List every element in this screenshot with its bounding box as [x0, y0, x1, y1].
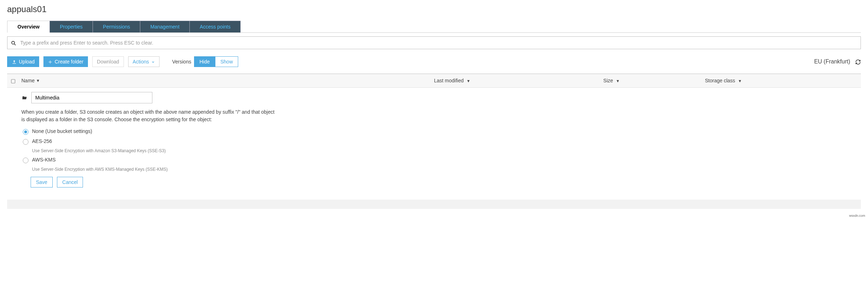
chevron-down-icon: [151, 59, 155, 65]
region-name: EU (Frankfurt): [814, 58, 850, 65]
col-size[interactable]: Size ▼: [603, 78, 705, 83]
folder-name-row: [21, 92, 847, 103]
upload-label: Upload: [19, 59, 35, 65]
encryption-options: None (Use bucket settings) AES-256 Use S…: [21, 128, 847, 172]
radio-none[interactable]: None (Use bucket settings): [23, 128, 847, 135]
actions-button[interactable]: Actions: [128, 56, 160, 67]
col-name[interactable]: Name ▼: [21, 78, 434, 83]
radio-aes256[interactable]: AES-256: [23, 138, 847, 145]
select-all-checkbox[interactable]: [11, 78, 21, 83]
region-group: EU (Frankfurt): [814, 58, 861, 65]
object-table: Name ▼ Last modified ▼ Size ▼ Storage cl…: [7, 73, 861, 196]
radio-aes-desc: Use Server-Side Encryption with Amazon S…: [32, 148, 847, 153]
col-last-modified[interactable]: Last modified ▼: [434, 78, 603, 83]
folder-open-icon: [21, 94, 28, 100]
caret-down-icon: ▼: [616, 79, 620, 83]
upload-icon: [12, 59, 17, 65]
col-storage-class[interactable]: Storage class ▼: [705, 78, 857, 83]
table-header: Name ▼ Last modified ▼ Size ▼ Storage cl…: [7, 73, 861, 87]
tabs: Overview Properties Permissions Manageme…: [7, 21, 861, 33]
form-buttons: Save Cancel: [31, 177, 847, 188]
create-folder-help: When you create a folder, S3 console cre…: [21, 108, 278, 123]
create-folder-label: Create folder: [54, 59, 83, 65]
tab-access-points[interactable]: Access points: [189, 21, 241, 32]
col-last-modified-label: Last modified: [434, 78, 464, 83]
page: appuals01 Overview Properties Permission…: [0, 0, 868, 213]
radio-aws-kms[interactable]: AWS-KMS: [23, 157, 847, 163]
col-name-label: Name: [21, 78, 35, 83]
radio-aes-label: AES-256: [32, 138, 52, 144]
refresh-icon[interactable]: [855, 58, 861, 65]
search-icon: [11, 40, 16, 46]
col-storage-class-label: Storage class: [705, 78, 735, 83]
tab-overview[interactable]: Overview: [7, 21, 50, 33]
tab-management[interactable]: Management: [140, 21, 190, 32]
versions-toggle: Versions Hide Show: [172, 56, 239, 67]
caret-down-icon: ▼: [36, 78, 40, 83]
create-folder-button[interactable]: Create folder: [43, 56, 88, 67]
radio-icon: [23, 158, 28, 163]
radio-icon-selected: [23, 129, 28, 135]
radio-kms-desc: Use Server-Side Encryption with AWS KMS-…: [32, 167, 847, 172]
search-input[interactable]: [20, 40, 857, 46]
upload-button[interactable]: Upload: [7, 56, 39, 67]
versions-hide-button[interactable]: Hide: [194, 56, 215, 67]
svg-rect-2: [11, 79, 15, 83]
versions-label: Versions: [172, 59, 192, 65]
plus-icon: [48, 59, 52, 65]
svg-line-1: [14, 44, 16, 45]
create-folder-form: When you create a folder, S3 console cre…: [7, 88, 861, 196]
bucket-title: appuals01: [7, 4, 861, 14]
cancel-button[interactable]: Cancel: [57, 177, 83, 188]
tab-permissions[interactable]: Permissions: [93, 21, 140, 32]
folder-name-input[interactable]: [31, 92, 152, 103]
radio-none-label: None (Use bucket settings): [32, 128, 92, 134]
toolbar: Upload Create folder Download Actions Ve…: [7, 56, 861, 67]
actions-label: Actions: [133, 59, 149, 65]
caret-down-icon: ▼: [466, 79, 470, 83]
save-button[interactable]: Save: [31, 177, 53, 188]
svg-point-0: [12, 41, 15, 44]
radio-icon: [23, 139, 28, 145]
attribution: wsxdn.com: [0, 213, 868, 217]
footer-bar: [7, 200, 861, 209]
col-size-label: Size: [603, 78, 613, 83]
tab-properties[interactable]: Properties: [49, 21, 93, 32]
search-bar[interactable]: [7, 36, 861, 49]
radio-kms-label: AWS-KMS: [32, 157, 56, 163]
download-button: Download: [92, 56, 124, 67]
versions-show-button[interactable]: Show: [215, 56, 238, 67]
caret-down-icon: ▼: [738, 79, 742, 83]
